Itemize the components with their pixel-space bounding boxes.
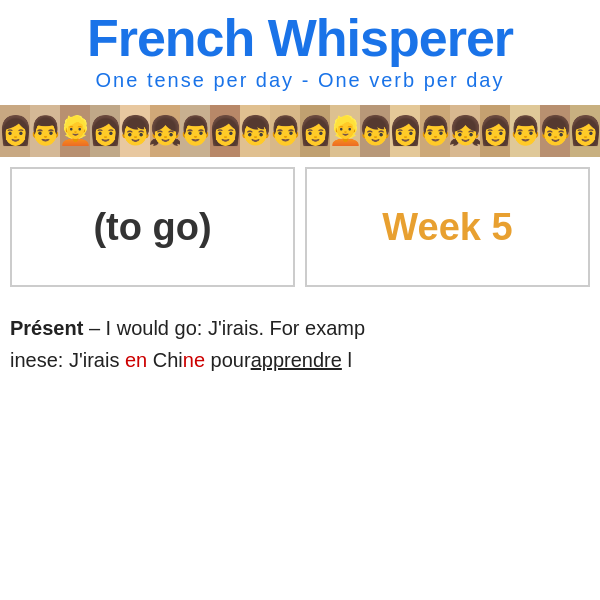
- verb-card: (to go): [10, 167, 295, 287]
- line2-pour: pour: [205, 349, 251, 371]
- line2-prefix: inese: J'irais: [10, 349, 125, 371]
- tense-label: Présent: [10, 317, 83, 339]
- photo-16: 👧: [450, 105, 480, 157]
- photo-1: 👩: [0, 105, 30, 157]
- photo-11: 👩: [300, 105, 330, 157]
- photo-15: 👨: [420, 105, 450, 157]
- photo-6: 👧: [150, 105, 180, 157]
- line2-mid: Chi: [147, 349, 183, 371]
- content-section: Présent – I would go: J'irais. For examp…: [0, 297, 600, 386]
- photo-10: 👨: [270, 105, 300, 157]
- photo-19: 👦: [540, 105, 570, 157]
- photo-3: 👱: [60, 105, 90, 157]
- line2-red-ne: ne: [183, 349, 205, 371]
- photo-4: 👩: [90, 105, 120, 157]
- photo-17: 👩: [480, 105, 510, 157]
- week-text: Week 5: [382, 206, 512, 249]
- line2-apprendre: apprendre: [251, 349, 342, 371]
- photo-8: 👩: [210, 105, 240, 157]
- content-line-1: Présent – I would go: J'irais. For examp: [10, 312, 590, 344]
- line2-suffix: l: [342, 349, 352, 371]
- verb-text: (to go): [93, 206, 211, 249]
- content-line-2: inese: J'irais en Chine pourapprendre l: [10, 344, 590, 376]
- photo-2: 👨: [30, 105, 60, 157]
- photo-14: 👩: [390, 105, 420, 157]
- photo-12: 👱: [330, 105, 360, 157]
- photo-9: 👦: [240, 105, 270, 157]
- photo-strip: 👩 👨 👱 👩 👦 👧 👨 👩 👦 👨 👩 👱 👦 👩 👨 👧 👩 👨 👦 👩: [0, 105, 600, 157]
- app-subtitle: One tense per day - One verb per day: [0, 69, 600, 92]
- line2-red-en: en: [125, 349, 147, 371]
- photo-20: 👩: [570, 105, 600, 157]
- app-title: French Whisperer: [0, 10, 600, 67]
- photo-7: 👨: [180, 105, 210, 157]
- line1-rest: – I would go: J'irais. For examp: [89, 317, 365, 339]
- header: French Whisperer One tense per day - One…: [0, 0, 600, 97]
- photo-18: 👨: [510, 105, 540, 157]
- photo-5: 👦: [120, 105, 150, 157]
- cards-row: (to go) Week 5: [0, 157, 600, 297]
- week-card: Week 5: [305, 167, 590, 287]
- photo-13: 👦: [360, 105, 390, 157]
